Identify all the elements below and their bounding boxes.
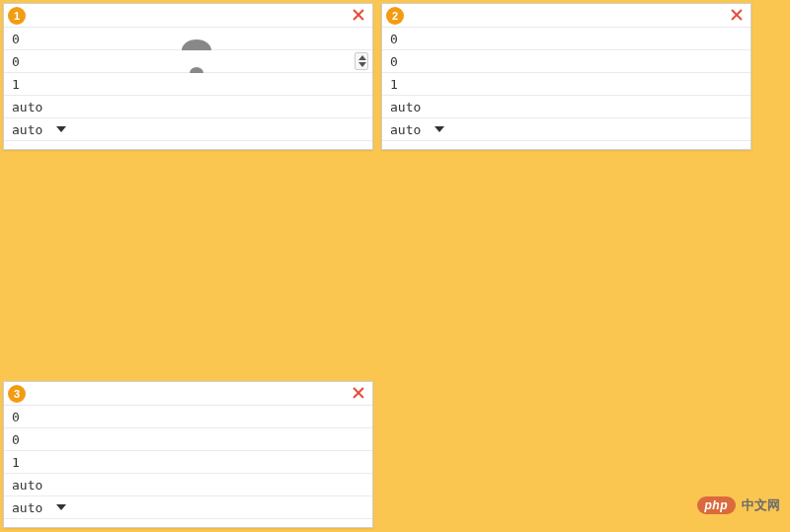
row-value: 1	[390, 75, 398, 94]
panel-badge: 2	[386, 7, 404, 25]
close-icon[interactable]	[351, 385, 366, 401]
row-value: 1	[12, 75, 20, 94]
panel-header: 1	[4, 4, 372, 28]
row-value: auto	[12, 98, 42, 116]
dropdown-caret-icon[interactable]	[434, 126, 444, 132]
close-icon[interactable]	[729, 7, 745, 23]
row-value: 0	[12, 30, 20, 48]
property-row[interactable]: auto	[4, 118, 372, 141]
dropdown-caret-icon[interactable]	[56, 126, 66, 132]
row-value: auto	[390, 98, 421, 116]
row-value: 1	[12, 453, 20, 472]
row-value: 0	[12, 430, 20, 449]
panel-1: 1 0 0 1 auto auto	[3, 3, 373, 150]
property-row[interactable]: auto	[4, 96, 372, 118]
property-row[interactable]: 0	[4, 50, 372, 73]
property-row[interactable]: 0	[4, 406, 372, 428]
property-row[interactable]: 0	[382, 28, 750, 50]
property-row[interactable]: 0	[4, 428, 372, 451]
row-value: auto	[390, 120, 421, 139]
watermark-text: 中文网	[742, 496, 780, 514]
row-value: 0	[390, 30, 398, 48]
number-spinner[interactable]	[355, 52, 368, 70]
row-value: auto	[12, 498, 42, 517]
panel-badge: 3	[8, 385, 26, 403]
panel-footer	[4, 519, 372, 527]
property-row[interactable]: auto	[4, 474, 372, 496]
dropdown-caret-icon[interactable]	[56, 504, 66, 510]
close-icon[interactable]	[351, 7, 366, 23]
panel-header: 2	[382, 4, 750, 28]
property-row[interactable]: auto	[382, 96, 750, 118]
panel-3: 3 0 0 1 auto auto	[3, 381, 373, 528]
panel-footer	[382, 141, 750, 149]
watermark: php 中文网	[697, 496, 781, 514]
panel-2: 2 0 0 1 auto auto	[381, 3, 751, 150]
panel-header: 3	[4, 382, 372, 406]
property-row[interactable]: auto	[4, 496, 372, 519]
property-row[interactable]: 0	[382, 50, 750, 73]
property-row[interactable]: 0	[4, 28, 372, 50]
panel-footer	[4, 141, 372, 149]
row-value: 0	[12, 408, 20, 426]
php-logo-pill: php	[697, 496, 737, 514]
row-value: 0	[390, 52, 398, 71]
property-row[interactable]: auto	[382, 118, 750, 141]
property-row[interactable]: 1	[4, 73, 372, 96]
row-value: auto	[12, 120, 42, 139]
row-value: 0	[12, 52, 20, 71]
property-row[interactable]: 1	[382, 73, 750, 96]
panel-badge: 1	[8, 7, 26, 25]
row-value: auto	[12, 476, 42, 494]
property-row[interactable]: 1	[4, 451, 372, 474]
half-circle-icon	[182, 39, 211, 50]
